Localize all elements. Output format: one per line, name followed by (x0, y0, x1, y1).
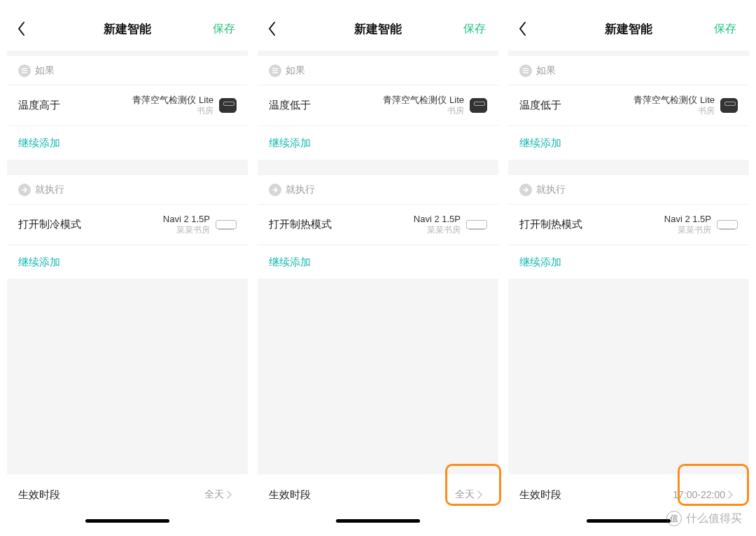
action-title: 打开制冷模式 (18, 218, 81, 231)
chevron-left-icon (17, 21, 27, 36)
condition-title: 温度低于 (519, 99, 561, 112)
then-label: 就执行 (286, 184, 315, 196)
action-title: 打开制热模式 (269, 218, 332, 231)
ac-device-icon (216, 220, 237, 229)
add-condition-button[interactable]: 继续添加 (7, 126, 248, 160)
stage: 新建智能 保存 如果 温度高于 青萍空气检测仪 Lite 书房 继续添加 (0, 0, 756, 536)
condition-title: 温度高于 (18, 99, 60, 112)
phone-1: 新建智能 保存 如果 温度高于 青萍空气检测仪 Lite 书房 继续添加 (7, 7, 248, 536)
page-title: 新建智能 (258, 21, 498, 37)
arrow-right-icon (18, 184, 31, 196)
filler (258, 279, 498, 474)
action-room: 菜菜书房 (427, 225, 461, 235)
if-label: 如果 (286, 64, 305, 77)
condition-room: 书房 (698, 106, 715, 116)
then-section-label: 就执行 (7, 175, 248, 205)
arrow-right-icon (269, 184, 281, 196)
chevron-right-icon (725, 490, 735, 500)
condition-room: 书房 (447, 106, 464, 116)
filler (7, 279, 248, 474)
condition-title: 温度低于 (269, 99, 311, 112)
condition-device: 青萍空气检测仪 Lite (132, 95, 214, 106)
action-title: 打开制热模式 (519, 218, 582, 231)
ac-device-icon (466, 220, 487, 229)
watermark-logo-icon: 值 (666, 511, 682, 526)
watermark-text: 什么值得买 (686, 511, 742, 526)
if-label: 如果 (536, 64, 556, 77)
action-row[interactable]: 打开制冷模式 Navi 2 1.5P 菜菜书房 (7, 205, 248, 245)
divider (258, 50, 498, 56)
arrow-right-icon (519, 184, 532, 196)
action-row[interactable]: 打开制热模式 Navi 2 1.5P 菜菜书房 (258, 205, 498, 245)
home-indicator (258, 515, 498, 536)
divider (258, 160, 498, 175)
divider (7, 50, 248, 56)
phone-3: 新建智能 保存 如果 温度低于 青萍空气检测仪 Lite 书房 继续添加 (508, 7, 749, 536)
if-label: 如果 (35, 64, 55, 77)
back-button[interactable] (518, 21, 542, 36)
chevron-right-icon (224, 490, 234, 500)
if-section-label: 如果 (7, 56, 248, 85)
condition-device: 青萍空气检测仪 Lite (634, 95, 715, 106)
period-label: 生效时段 (519, 488, 561, 502)
watermark: 值 什么值得买 (666, 511, 742, 526)
add-action-button[interactable]: 继续添加 (258, 245, 498, 279)
then-section-label: 就执行 (508, 175, 749, 205)
back-button[interactable] (17, 21, 41, 36)
sensor-device-icon (470, 98, 487, 113)
condition-row[interactable]: 温度高于 青萍空气检测仪 Lite 书房 (7, 85, 248, 126)
phones-container: 新建智能 保存 如果 温度高于 青萍空气检测仪 Lite 书房 继续添加 (0, 0, 756, 536)
list-icon (269, 64, 281, 77)
action-device: Navi 2 1.5P (414, 214, 461, 225)
save-button[interactable]: 保存 (463, 22, 486, 36)
then-label: 就执行 (35, 184, 64, 196)
then-label: 就执行 (536, 184, 566, 196)
list-icon (519, 64, 532, 77)
add-action-button[interactable]: 继续添加 (7, 245, 248, 279)
period-value: 17:00-22:00 (673, 489, 725, 500)
ac-device-icon (717, 220, 738, 229)
sensor-device-icon (720, 98, 738, 113)
divider (7, 160, 248, 175)
if-section-label: 如果 (508, 56, 749, 85)
divider (508, 50, 749, 56)
page-title: 新建智能 (7, 21, 248, 37)
action-room: 菜菜书房 (678, 225, 711, 235)
period-label: 生效时段 (269, 488, 311, 502)
condition-row[interactable]: 温度低于 青萍空气检测仪 Lite 书房 (258, 85, 498, 126)
period-value: 全天 (455, 488, 475, 501)
add-action-button[interactable]: 继续添加 (508, 245, 749, 279)
action-row[interactable]: 打开制热模式 Navi 2 1.5P 菜菜书房 (508, 205, 749, 245)
add-condition-button[interactable]: 继续添加 (258, 126, 498, 160)
action-device: Navi 2 1.5P (163, 214, 210, 225)
if-section-label: 如果 (258, 56, 498, 85)
chevron-left-icon (267, 21, 277, 36)
topbar: 新建智能 保存 (258, 7, 498, 50)
topbar: 新建智能 保存 (508, 7, 749, 50)
divider (508, 160, 749, 175)
topbar: 新建智能 保存 (7, 7, 248, 50)
condition-room: 书房 (197, 106, 214, 116)
sensor-device-icon (219, 98, 237, 113)
period-row[interactable]: 生效时段 全天 (7, 474, 248, 515)
filler (508, 279, 749, 474)
period-row[interactable]: 生效时段 17:00-22:00 (508, 474, 749, 515)
condition-row[interactable]: 温度低于 青萍空气检测仪 Lite 书房 (508, 85, 749, 126)
save-button[interactable]: 保存 (213, 22, 235, 36)
page-title: 新建智能 (508, 21, 749, 37)
back-button[interactable] (267, 21, 291, 36)
home-indicator (7, 515, 248, 536)
phone-2: 新建智能 保存 如果 温度低于 青萍空气检测仪 Lite 书房 继续添加 (258, 7, 498, 536)
period-label: 生效时段 (18, 488, 60, 502)
chevron-left-icon (518, 21, 528, 36)
chevron-right-icon (475, 490, 484, 500)
period-row[interactable]: 生效时段 全天 (258, 474, 498, 515)
list-icon (18, 64, 31, 77)
period-value: 全天 (204, 488, 224, 501)
add-condition-button[interactable]: 继续添加 (508, 126, 749, 160)
action-room: 菜菜书房 (176, 225, 210, 235)
action-device: Navi 2 1.5P (664, 214, 711, 225)
condition-device: 青萍空气检测仪 Lite (383, 95, 464, 106)
save-button[interactable]: 保存 (714, 22, 736, 36)
then-section-label: 就执行 (258, 175, 498, 205)
